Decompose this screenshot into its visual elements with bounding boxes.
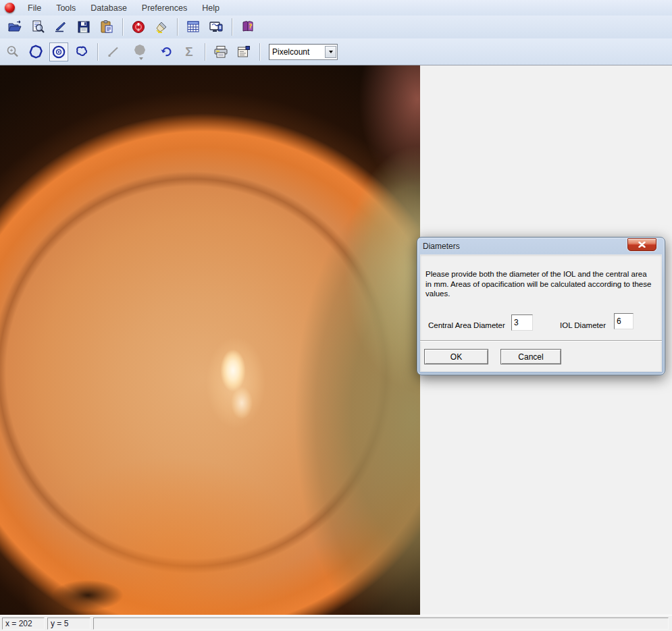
status-x-coordinate: x = 202 bbox=[2, 618, 45, 630]
menu-help[interactable]: Help bbox=[195, 0, 227, 16]
print-button[interactable] bbox=[211, 43, 230, 61]
menu-tools[interactable]: Tools bbox=[49, 0, 83, 16]
iol-diameter-field[interactable] bbox=[614, 313, 634, 329]
help-button[interactable]: ? bbox=[238, 18, 257, 36]
central-area-diameter-field[interactable] bbox=[511, 314, 533, 331]
line-tool-button[interactable] bbox=[104, 43, 123, 61]
display-button[interactable] bbox=[207, 18, 226, 36]
data-table-button[interactable] bbox=[184, 18, 203, 36]
menu-bar: File Tools Database Preferences Help bbox=[0, 0, 672, 16]
menu-file[interactable]: File bbox=[20, 0, 49, 16]
sum-button[interactable]: Σ bbox=[180, 43, 199, 61]
zoom-icon bbox=[5, 45, 20, 59]
undo-button[interactable] bbox=[157, 43, 176, 61]
circled-dot-tool-icon bbox=[51, 44, 67, 60]
toolbar-separator bbox=[259, 43, 260, 61]
help-book-icon: ? bbox=[240, 20, 255, 34]
circled-dot-tool-button[interactable] bbox=[49, 43, 68, 61]
diameters-dialog: Diameters Please provide both the diamet… bbox=[417, 237, 665, 375]
line-tool-icon bbox=[106, 45, 121, 59]
cancel-button[interactable]: Cancel bbox=[500, 349, 561, 364]
mode-combobox-value: Pixelcount bbox=[269, 47, 325, 57]
open-button[interactable] bbox=[5, 18, 24, 36]
iol-diameter-label: IOL Diameter bbox=[560, 321, 606, 329]
save-button[interactable] bbox=[74, 18, 93, 36]
print-icon bbox=[213, 45, 228, 59]
mode-combobox-dropdown-button[interactable] bbox=[325, 46, 336, 58]
close-icon bbox=[638, 242, 646, 248]
brush-icon bbox=[154, 20, 169, 34]
properties-icon bbox=[236, 45, 251, 59]
dialog-close-button[interactable] bbox=[627, 238, 656, 251]
save-icon bbox=[76, 20, 91, 34]
toolbar-separator bbox=[97, 43, 98, 61]
chevron-down-icon bbox=[329, 51, 333, 53]
sum-icon: Σ bbox=[185, 45, 192, 58]
toolbar-standard: ? bbox=[0, 16, 672, 38]
status-y-coordinate: y = 5 bbox=[47, 618, 91, 630]
database-record-icon bbox=[131, 20, 146, 34]
mode-combobox[interactable]: Pixelcount bbox=[269, 44, 338, 60]
toolbar-separator bbox=[232, 18, 232, 36]
toolbar-separator bbox=[177, 18, 178, 36]
central-area-diameter-label: Central Area Diameter bbox=[428, 321, 505, 329]
toolbar-separator bbox=[122, 18, 123, 36]
zoom-button[interactable] bbox=[3, 43, 22, 61]
data-table-icon bbox=[186, 20, 201, 34]
display-icon bbox=[209, 20, 224, 34]
dialog-separator bbox=[420, 340, 662, 341]
dialog-message-line-3: values. bbox=[425, 289, 651, 299]
database-record-button[interactable] bbox=[129, 18, 148, 36]
scan-icon bbox=[53, 20, 68, 34]
spot-tool-icon bbox=[133, 43, 147, 57]
circle-tool-icon bbox=[28, 44, 44, 60]
menu-preferences[interactable]: Preferences bbox=[134, 0, 195, 16]
undo-icon bbox=[159, 45, 174, 59]
dialog-body: Please provide both the diameter of the … bbox=[420, 254, 662, 372]
print-preview-button[interactable] bbox=[28, 18, 47, 36]
paste-button[interactable] bbox=[97, 18, 116, 36]
properties-button[interactable] bbox=[234, 43, 253, 61]
spot-tool-button[interactable] bbox=[127, 43, 153, 61]
ok-button[interactable]: OK bbox=[424, 349, 488, 364]
menu-database[interactable]: Database bbox=[83, 0, 134, 16]
brush-button[interactable] bbox=[152, 18, 171, 36]
paste-icon bbox=[99, 20, 114, 34]
dropdown-arrow-icon bbox=[139, 57, 143, 60]
print-preview-icon bbox=[30, 20, 45, 34]
app-icon bbox=[5, 3, 15, 13]
dialog-message-line-1: Please provide both the diameter of the … bbox=[425, 269, 651, 279]
scan-button[interactable] bbox=[51, 18, 70, 36]
toolbar-separator bbox=[205, 43, 205, 61]
status-message-panel bbox=[93, 618, 669, 630]
toolbar-tools: Σ Pixelcount bbox=[0, 38, 672, 65]
circle-tool-button[interactable] bbox=[26, 43, 45, 61]
status-bar: x = 202 y = 5 bbox=[0, 615, 672, 631]
freehand-tool-button[interactable] bbox=[72, 43, 91, 61]
eye-image[interactable] bbox=[0, 65, 420, 615]
dialog-message: Please provide both the diameter of the … bbox=[425, 269, 651, 299]
open-icon bbox=[7, 20, 22, 34]
dialog-message-line-2: in mm. Areas of opacification will be ca… bbox=[425, 279, 651, 290]
application-window: File Tools Database Preferences Help bbox=[0, 0, 672, 631]
svg-text:?: ? bbox=[249, 23, 252, 30]
freehand-tool-icon bbox=[74, 45, 89, 59]
